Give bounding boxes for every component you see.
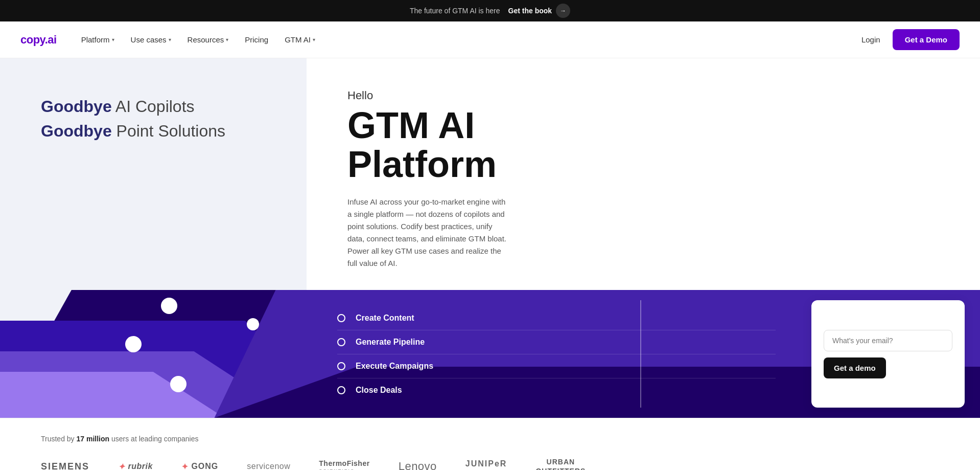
- trusted-prefix: Trusted by: [41, 435, 75, 443]
- hero-left-panel: Goodbye AI Copilots Goodbye Point Soluti…: [0, 58, 307, 290]
- company-logo-lenovo: Lenovo: [399, 460, 437, 470]
- track-dot-2: [125, 336, 142, 352]
- track-dot-1: [161, 298, 177, 314]
- feature-label-create: Create Content: [356, 314, 414, 323]
- feature-dot-pipeline: [337, 338, 345, 346]
- banner-text: The future of GTM AI is here: [410, 7, 500, 15]
- company-logo-siemens: SIEMENS: [41, 461, 89, 470]
- feature-item-campaigns[interactable]: Execute Campaigns: [337, 354, 776, 378]
- navbar: copy.ai Platform ▾ Use cases ▾ Resources…: [0, 21, 980, 58]
- goodbye-bold-2: Goodbye: [41, 122, 112, 140]
- banner-cta[interactable]: Get the book →: [508, 4, 571, 18]
- track-dot-4: [247, 318, 259, 330]
- logo[interactable]: copy.ai: [20, 33, 57, 47]
- hero-visual: Create Content Generate Pipeline Execute…: [0, 290, 980, 418]
- urban-label: URBAN: [547, 457, 575, 466]
- goodbye-text-1: AI Copilots: [112, 97, 195, 116]
- hero-description: Infuse AI across your go-to-market engin…: [347, 196, 511, 270]
- gong-icon: ✦: [181, 462, 189, 470]
- hero-top: Goodbye AI Copilots Goodbye Point Soluti…: [0, 58, 980, 290]
- feature-label-pipeline: Generate Pipeline: [356, 338, 425, 347]
- email-input[interactable]: [824, 330, 952, 351]
- juniper-label: JUNIPeR: [465, 459, 507, 469]
- company-logo-thermofisher: ThermoFisher SCIENTIFIC: [319, 459, 369, 470]
- email-form: Get a demo: [811, 300, 965, 408]
- nav-label-platform: Platform: [81, 35, 110, 44]
- logo-dot: .ai: [45, 33, 57, 46]
- company-logos: SIEMENS ✦ rubrik ✦ GONG servicenow Therm…: [41, 457, 939, 470]
- get-demo-button[interactable]: Get a Demo: [893, 29, 960, 50]
- nav-item-pricing[interactable]: Pricing: [245, 35, 268, 44]
- trusted-suffix: users at leading companies: [111, 435, 198, 443]
- feature-dot-deals: [337, 386, 345, 394]
- nav-actions: Login Get a Demo: [861, 29, 960, 50]
- goodbye-text: Goodbye AI Copilots Goodbye Point Soluti…: [41, 94, 286, 143]
- trusted-text: Trusted by 17 million users at leading c…: [41, 435, 939, 443]
- top-banner: The future of GTM AI is here Get the boo…: [0, 0, 980, 21]
- nav-label-resources: Resources: [188, 35, 224, 44]
- nav-label-pricing: Pricing: [245, 35, 268, 44]
- rubrik-icon: ✦: [118, 462, 125, 470]
- trusted-count: 17 million: [77, 435, 110, 443]
- hello-label: Hello: [347, 89, 954, 102]
- hero-title-line2: Platform: [347, 144, 497, 185]
- chevron-down-icon: ▾: [112, 37, 114, 42]
- nav-item-usecases[interactable]: Use cases ▾: [131, 35, 171, 44]
- company-logo-juniper: JUNIPeR NETWORKS: [465, 459, 507, 470]
- goodbye-text-2: Point Solutions: [112, 122, 225, 140]
- chevron-down-icon: ▾: [226, 37, 228, 42]
- feature-list: Create Content Generate Pipeline Execute…: [307, 290, 806, 418]
- feature-dot-create: [337, 314, 345, 322]
- nav-label-gtmai: GTM AI: [285, 35, 311, 44]
- logo-text: copy: [20, 33, 45, 46]
- banner-cta-label: Get the book: [508, 7, 552, 15]
- chevron-down-icon: ▾: [313, 37, 315, 42]
- gong-label: GONG: [191, 462, 218, 470]
- hero-title-line1: GTM AI: [347, 105, 475, 146]
- track-dot-3: [170, 376, 186, 392]
- chevron-down-icon: ▾: [169, 37, 171, 42]
- nav-links: Platform ▾ Use cases ▾ Resources ▾ Prici…: [81, 35, 861, 44]
- rubrik-label: rubrik: [128, 462, 153, 470]
- nav-item-gtmai[interactable]: GTM AI ▾: [285, 35, 315, 44]
- thermofisher-sub: SCIENTIFIC: [319, 468, 355, 470]
- servicenow-label: servicenow: [247, 462, 290, 470]
- nav-item-platform[interactable]: Platform ▾: [81, 35, 114, 44]
- banner-arrow-icon: →: [556, 4, 570, 18]
- feature-item-pipeline[interactable]: Generate Pipeline: [337, 330, 776, 354]
- nav-item-resources[interactable]: Resources ▾: [188, 35, 229, 44]
- hero-title: GTM AI Platform: [347, 106, 954, 184]
- company-logo-rubrik: ✦ rubrik: [118, 462, 153, 470]
- login-button[interactable]: Login: [861, 35, 880, 44]
- trusted-section: Trusted by 17 million users at leading c…: [0, 418, 980, 470]
- company-logo-servicenow: servicenow: [247, 462, 290, 470]
- lenovo-label: Lenovo: [399, 460, 437, 470]
- siemens-label: SIEMENS: [41, 461, 89, 470]
- urban-sub: OUTFITTERS: [535, 466, 586, 470]
- thermofisher-label: ThermoFisher: [319, 459, 369, 468]
- feature-dot-campaigns: [337, 362, 345, 370]
- feature-item-create[interactable]: Create Content: [337, 306, 776, 330]
- hero-section: Goodbye AI Copilots Goodbye Point Soluti…: [0, 58, 980, 418]
- feature-connector-line: [640, 300, 641, 408]
- feature-item-deals[interactable]: Close Deals: [337, 378, 776, 402]
- goodbye-bold-1: Goodbye: [41, 97, 112, 116]
- feature-label-deals: Close Deals: [356, 386, 402, 395]
- nav-label-usecases: Use cases: [131, 35, 167, 44]
- company-logo-urbanoutfitters: URBAN OUTFITTERS: [535, 457, 586, 470]
- hero-right-panel: Hello GTM AI Platform Infuse AI across y…: [307, 58, 980, 290]
- company-logo-gong: ✦ GONG: [181, 462, 218, 470]
- email-submit-button[interactable]: Get a demo: [824, 357, 886, 378]
- feature-label-campaigns: Execute Campaigns: [356, 362, 433, 371]
